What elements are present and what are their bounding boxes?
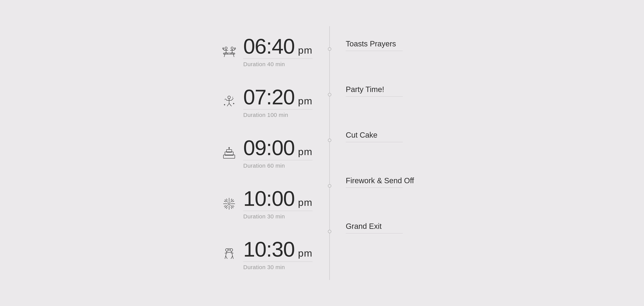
cake-icon: [221, 145, 237, 161]
event-name-divider-toasts-prayers: [346, 51, 403, 51]
right-event-cut-cake: Cut Cake: [335, 117, 468, 163]
time-display-toasts-prayers: 06:40 pm: [243, 36, 312, 57]
duration-firework: Duration 30 min: [243, 213, 285, 220]
event-name-grand-exit: Grand Exit: [346, 222, 468, 230]
toast-icon: [221, 44, 237, 60]
time-divider-toasts-prayers: [243, 59, 312, 59]
dot-cut-cake: [324, 117, 335, 163]
exit-icon: [221, 246, 237, 263]
time-number-party-time: 07:20: [243, 87, 294, 108]
timeline-dot-toasts-prayers: [328, 47, 331, 51]
left-event-party-time: 07:20 pm Duration 100 min: [176, 77, 324, 128]
time-number-toasts-prayers: 06:40: [243, 36, 294, 57]
time-divider-grand-exit: [243, 261, 312, 262]
time-display-firework: 10:00 pm: [243, 188, 312, 209]
right-event-firework: Firework & Send Off: [335, 163, 468, 209]
time-ampm-grand-exit: pm: [298, 247, 312, 259]
time-block-cut-cake: 09:00 pm Duration 60 min: [243, 137, 312, 169]
time-ampm-toasts-prayers: pm: [298, 45, 312, 56]
event-name-divider-cut-cake: [346, 142, 403, 142]
right-event-party-time: Party Time!: [335, 72, 468, 117]
event-name-divider-firework: [346, 188, 403, 188]
event-name-toasts-prayers: Toasts Prayers: [346, 40, 468, 48]
duration-cut-cake: Duration 60 min: [243, 162, 285, 169]
time-number-cut-cake: 09:00: [243, 137, 294, 159]
timeline-wrapper: 06:40 pm Duration 40 min 07:20 pm Durati…: [176, 26, 468, 280]
party-icon: [221, 94, 237, 110]
left-event-firework: 10:00 pm Duration 30 min: [176, 178, 324, 229]
right-event-toasts-prayers: Toasts Prayers: [335, 26, 468, 72]
time-display-grand-exit: 10:30 pm: [243, 239, 312, 260]
left-event-toasts-prayers: 06:40 pm Duration 40 min: [176, 26, 324, 77]
duration-grand-exit: Duration 30 min: [243, 264, 285, 270]
time-display-cut-cake: 09:00 pm: [243, 137, 312, 159]
duration-party-time: Duration 100 min: [243, 112, 288, 118]
timeline-dot-cut-cake: [328, 139, 331, 142]
time-block-firework: 10:00 pm Duration 30 min: [243, 188, 312, 220]
time-divider-party-time: [243, 109, 312, 110]
time-block-grand-exit: 10:30 pm Duration 30 min: [243, 239, 312, 270]
dot-party-time: [324, 72, 335, 117]
left-event-cut-cake: 09:00 pm Duration 60 min: [176, 128, 324, 178]
event-name-cut-cake: Cut Cake: [346, 131, 468, 139]
right-events: Toasts Prayers Party Time! Cut Cake Fire…: [335, 26, 468, 280]
time-block-party-time: 07:20 pm Duration 100 min: [243, 87, 312, 118]
timeline-dot-firework: [328, 184, 331, 188]
event-name-firework: Firework & Send Off: [346, 176, 468, 185]
time-number-grand-exit: 10:30: [243, 239, 294, 260]
time-display-party-time: 07:20 pm: [243, 87, 312, 108]
event-name-party-time: Party Time!: [346, 85, 468, 94]
dot-toasts-prayers: [324, 26, 335, 72]
time-ampm-cut-cake: pm: [298, 146, 312, 157]
dot-firework: [324, 163, 335, 209]
right-event-grand-exit: Grand Exit: [335, 209, 468, 254]
dot-grand-exit: [324, 209, 335, 254]
time-divider-firework: [243, 211, 312, 211]
event-name-divider-grand-exit: [346, 233, 403, 233]
timeline-line: [324, 26, 335, 280]
duration-toasts-prayers: Duration 40 min: [243, 61, 285, 68]
time-block-toasts-prayers: 06:40 pm Duration 40 min: [243, 36, 312, 68]
left-events: 06:40 pm Duration 40 min 07:20 pm Durati…: [176, 26, 324, 280]
timeline-dot-party-time: [328, 93, 331, 96]
time-ampm-party-time: pm: [298, 95, 312, 107]
timeline-dot-grand-exit: [328, 230, 331, 233]
firework-icon: [221, 196, 237, 212]
left-event-grand-exit: 10:30 pm Duration 30 min: [176, 229, 324, 280]
time-ampm-firework: pm: [298, 197, 312, 208]
event-name-divider-party-time: [346, 96, 403, 97]
time-number-firework: 10:00: [243, 188, 294, 209]
